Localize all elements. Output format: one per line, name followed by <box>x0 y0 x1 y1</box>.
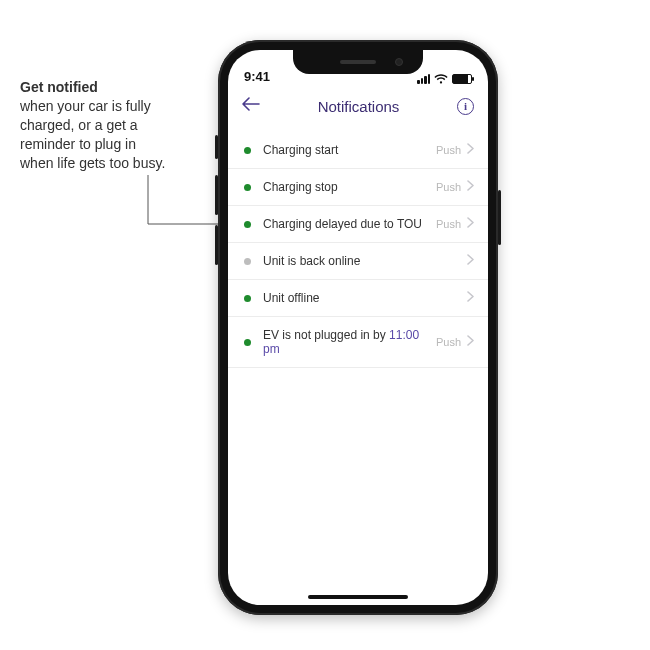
notification-item[interactable]: Charging stopPush <box>228 169 488 206</box>
info-icon: i <box>464 100 467 112</box>
callout-lead: Get notified <box>20 78 170 97</box>
notification-time: 11:00 pm <box>263 328 419 356</box>
notification-item[interactable]: Charging delayed due to TOUPush <box>228 206 488 243</box>
status-dot-icon <box>244 258 251 265</box>
wifi-icon <box>434 74 448 84</box>
notification-label: Charging delayed due to TOU <box>263 217 436 231</box>
notification-list: Charging startPushCharging stopPushCharg… <box>228 126 488 368</box>
phone-frame: 9:41 Notifications i Charging startPushC… <box>218 40 498 615</box>
back-button[interactable] <box>242 97 260 115</box>
delivery-mode: Push <box>436 218 461 230</box>
chevron-right-icon <box>467 180 474 194</box>
delivery-mode: Push <box>436 336 461 348</box>
status-dot-icon <box>244 221 251 228</box>
status-dot-icon <box>244 184 251 191</box>
power-button <box>498 190 501 245</box>
notification-label: Unit offline <box>263 291 467 305</box>
status-time: 9:41 <box>244 69 270 84</box>
notification-item[interactable]: Unit is back online <box>228 243 488 280</box>
marketing-callout: Get notified when your car is fully char… <box>20 78 170 172</box>
status-dot-icon <box>244 295 251 302</box>
notification-item[interactable]: EV is not plugged in by 11:00 pmPush <box>228 317 488 368</box>
home-indicator[interactable] <box>308 595 408 599</box>
status-dot-icon <box>244 147 251 154</box>
chevron-right-icon <box>467 217 474 231</box>
chevron-right-icon <box>467 335 474 349</box>
notification-label: Unit is back online <box>263 254 467 268</box>
front-camera <box>395 58 403 66</box>
cellular-icon <box>417 74 430 84</box>
chevron-right-icon <box>467 291 474 305</box>
speaker <box>340 60 376 64</box>
notification-item[interactable]: Unit offline <box>228 280 488 317</box>
status-dot-icon <box>244 339 251 346</box>
info-button[interactable]: i <box>457 98 474 115</box>
notification-label: Charging start <box>263 143 436 157</box>
delivery-mode: Push <box>436 181 461 193</box>
chevron-right-icon <box>467 143 474 157</box>
mute-switch <box>215 135 218 159</box>
delivery-mode: Push <box>436 144 461 156</box>
back-arrow-icon <box>242 97 260 111</box>
notification-item[interactable]: Charging startPush <box>228 132 488 169</box>
volume-down-button <box>215 225 218 265</box>
notification-label: EV is not plugged in by 11:00 pm <box>263 328 436 356</box>
volume-up-button <box>215 175 218 215</box>
callout-body: when your car is fully charged, or a get… <box>20 98 165 171</box>
nav-bar: Notifications i <box>228 86 488 126</box>
chevron-right-icon <box>467 254 474 268</box>
page-title: Notifications <box>318 98 400 115</box>
notch <box>293 50 423 74</box>
notification-label: Charging stop <box>263 180 436 194</box>
battery-icon <box>452 74 472 84</box>
phone-screen: 9:41 Notifications i Charging startPushC… <box>228 50 488 605</box>
